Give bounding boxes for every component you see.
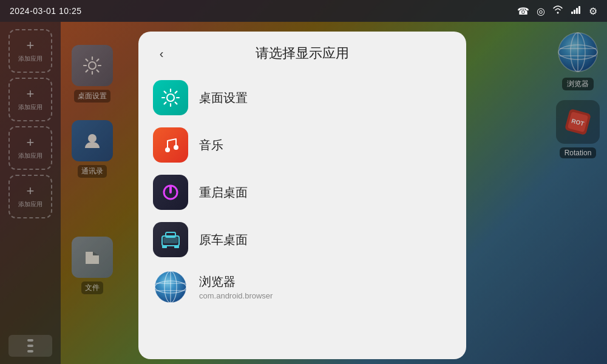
car-app-info: 原车桌面 — [199, 232, 248, 248]
modal-app-list: 桌面设置 音乐 — [138, 72, 466, 359]
car-app-icon — [153, 222, 188, 257]
status-icons: ☎ ◎ ⚙ — [517, 5, 597, 17]
svg-rect-1 — [574, 10, 575, 14]
settings-app-icon — [153, 80, 188, 115]
svg-rect-22 — [174, 246, 179, 248]
settings-app-info: 桌面设置 — [199, 90, 248, 106]
restart-app-info: 重启桌面 — [199, 184, 248, 201]
svg-point-16 — [174, 145, 178, 150]
list-item-browser[interactable]: 浏览器 com.android.browser — [138, 263, 466, 311]
svg-rect-2 — [576, 8, 578, 14]
signal-icon — [571, 5, 582, 16]
svg-rect-0 — [571, 12, 573, 14]
modal-header: ‹ 请选择显示应用 — [138, 32, 466, 72]
location-icon: ◎ — [537, 5, 545, 17]
music-app-icon — [153, 127, 188, 163]
svg-point-15 — [165, 147, 170, 152]
car-app-name: 原车桌面 — [199, 232, 248, 248]
list-item-car[interactable]: 原车桌面 — [138, 216, 466, 263]
phone-icon: ☎ — [517, 5, 529, 17]
status-datetime: 2024-03-01 10:25 — [10, 6, 82, 16]
svg-rect-20 — [163, 237, 178, 243]
list-item-music[interactable]: 音乐 — [138, 121, 466, 169]
wifi-icon — [552, 5, 563, 16]
app-select-modal: ‹ 请选择显示应用 桌面设置 — [138, 32, 466, 359]
modal-title: 请选择显示应用 — [172, 44, 432, 62]
back-chevron-icon: ‹ — [160, 47, 164, 61]
browser-app-package: com.android.browser — [199, 291, 273, 300]
gear-icon: ⚙ — [589, 5, 597, 17]
music-app-info: 音乐 — [199, 137, 223, 153]
browser-app-icon — [153, 269, 188, 305]
modal-back-button[interactable]: ‹ — [151, 42, 172, 64]
svg-rect-18 — [169, 186, 172, 194]
music-app-name: 音乐 — [199, 137, 223, 153]
browser-app-info: 浏览器 com.android.browser — [199, 274, 273, 300]
list-item-settings[interactable]: 桌面设置 — [138, 74, 466, 121]
browser-app-name: 浏览器 — [199, 274, 273, 290]
svg-rect-3 — [578, 6, 580, 14]
restart-app-icon — [153, 175, 188, 210]
list-item-restart[interactable]: 重启桌面 — [138, 169, 466, 216]
settings-app-name: 桌面设置 — [199, 90, 248, 106]
restart-app-name: 重启桌面 — [199, 184, 248, 201]
status-bar: 2024-03-01 10:25 ☎ ◎ ⚙ — [0, 0, 607, 22]
svg-rect-21 — [162, 246, 167, 248]
